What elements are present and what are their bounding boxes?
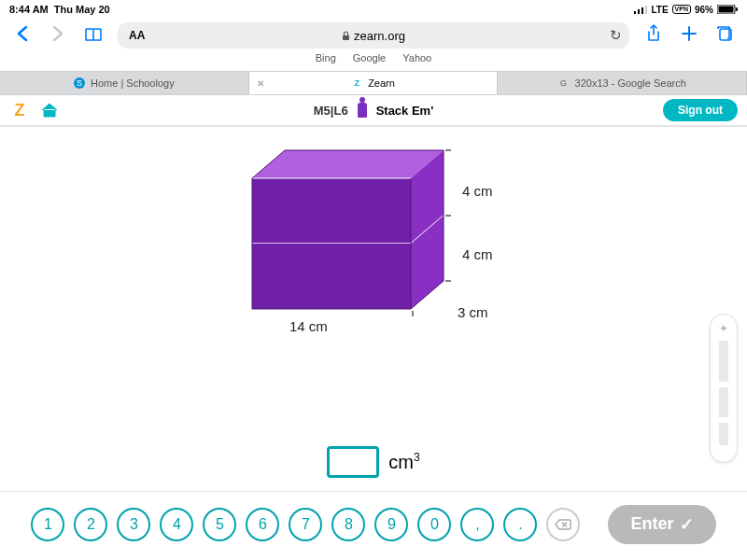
dim-length: 14 cm <box>289 318 328 334</box>
engine-link[interactable]: Yahoo <box>402 52 431 71</box>
dim-bottom-height: 4 cm <box>462 246 493 262</box>
dim-depth: 3 cm <box>458 304 488 320</box>
key-5[interactable]: 5 <box>203 508 236 541</box>
work-area: 4 cm 4 cm 3 cm 14 cm ✦ <box>0 127 747 433</box>
status-date: Thu May 20 <box>54 4 110 15</box>
ipad-status-bar: 8:44 AM Thu May 20 LTE VPN 96% <box>0 0 747 19</box>
search-engine-row: Bing Google Yahoo <box>0 52 747 71</box>
key-period[interactable]: . <box>503 508 537 541</box>
zearn-header: Z M5|L6 Stack Em' Sign out <box>0 95 747 127</box>
answer-input[interactable] <box>327 446 379 478</box>
favicon-icon: G <box>558 77 570 89</box>
back-button[interactable] <box>11 25 34 46</box>
key-0[interactable]: 0 <box>417 508 451 541</box>
tab-google-search[interactable]: G 320x13 - Google Search <box>498 72 747 94</box>
svg-rect-6 <box>736 7 738 11</box>
svg-rect-7 <box>343 35 349 40</box>
keypad: 1 2 3 4 5 6 7 8 9 0 , . Enter ✓ <box>0 491 747 556</box>
network-label: LTE <box>651 5 668 15</box>
new-tab-button[interactable] <box>678 25 700 46</box>
browser-tabs: S Home | Schoology ✕ Z Zearn G 320x13 - … <box>0 71 747 95</box>
status-time: 8:44 AM <box>9 4 49 15</box>
text-size-button[interactable]: AA <box>118 29 156 42</box>
tabs-overview-button[interactable] <box>713 25 736 46</box>
reload-button[interactable]: ↻ <box>610 27 622 44</box>
avatar-icon <box>358 103 367 118</box>
signal-icon <box>634 5 647 14</box>
key-comma[interactable]: , <box>460 508 494 541</box>
svg-marker-17 <box>252 244 411 309</box>
battery-pct: 96% <box>695 5 713 15</box>
tab-zearn[interactable]: ✕ Z Zearn <box>249 72 499 94</box>
close-tab-button[interactable]: ✕ <box>257 78 264 89</box>
battery-icon <box>717 5 738 14</box>
address-bar[interactable]: AA zearn.org ↻ <box>118 22 629 49</box>
vpn-badge: VPN <box>672 5 691 14</box>
tab-label: Home | Schoology <box>91 77 175 89</box>
svg-marker-12 <box>252 178 411 244</box>
url-display: zearn.org <box>118 29 629 43</box>
key-4[interactable]: 4 <box>160 508 193 541</box>
key-7[interactable]: 7 <box>289 508 322 541</box>
lesson-code: M5|L6 <box>314 104 348 118</box>
svg-rect-0 <box>634 11 636 14</box>
safari-toolbar: AA zearn.org ↻ <box>0 19 747 52</box>
tab-label: Zearn <box>368 77 395 89</box>
key-1[interactable]: 1 <box>31 508 64 541</box>
engine-link[interactable]: Google <box>353 52 386 71</box>
key-6[interactable]: 6 <box>246 508 279 541</box>
check-icon: ✓ <box>680 514 694 535</box>
tab-schoology[interactable]: S Home | Schoology <box>0 72 249 94</box>
lesson-meta: M5|L6 Stack Em' <box>0 103 747 118</box>
key-3[interactable]: 3 <box>117 508 150 541</box>
sparkle-icon: ✦ <box>719 322 728 335</box>
lesson-title: Stack Em' <box>376 104 434 118</box>
key-8[interactable]: 8 <box>331 508 365 541</box>
favicon-icon: Z <box>351 77 362 89</box>
svg-rect-2 <box>641 7 643 14</box>
forward-button[interactable] <box>47 25 69 46</box>
key-backspace[interactable] <box>546 508 580 541</box>
hint-wand-tool[interactable]: ✦ <box>710 314 738 463</box>
share-button[interactable] <box>642 24 665 47</box>
answer-unit: cm3 <box>388 451 419 473</box>
engine-link[interactable]: Bing <box>316 52 336 71</box>
answer-row: cm3 <box>0 433 747 491</box>
key-2[interactable]: 2 <box>74 508 107 541</box>
svg-marker-11 <box>252 150 444 178</box>
tab-label: 320x13 - Google Search <box>575 77 686 89</box>
key-9[interactable]: 9 <box>374 508 408 541</box>
enter-button[interactable]: Enter ✓ <box>608 505 715 544</box>
dim-top-height: 4 cm <box>462 183 493 199</box>
bookmarks-button[interactable] <box>82 25 105 46</box>
svg-rect-5 <box>719 7 734 13</box>
lock-icon <box>342 31 350 41</box>
favicon-icon: S <box>74 77 85 89</box>
stacked-prisms <box>229 136 509 392</box>
svg-rect-1 <box>638 9 640 14</box>
svg-rect-3 <box>645 6 647 14</box>
